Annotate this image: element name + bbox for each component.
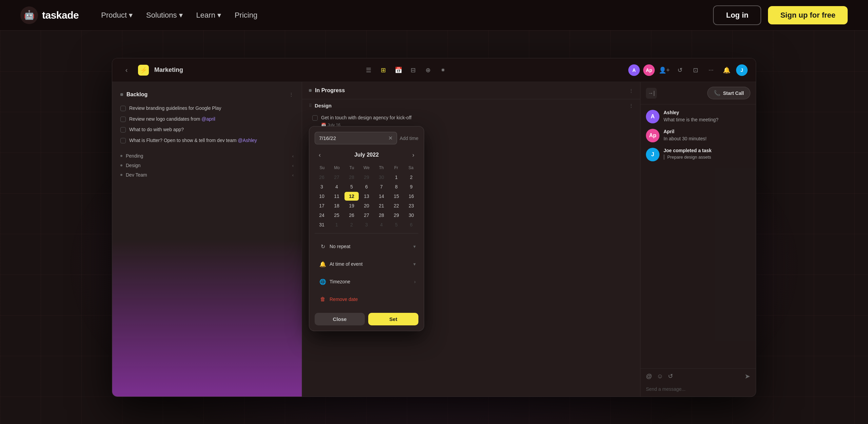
notifications-icon[interactable]: 🔔: [721, 64, 733, 76]
cal-cell[interactable]: 6: [359, 182, 374, 191]
attachment-icon[interactable]: ↺: [668, 372, 673, 380]
cal-cell[interactable]: 27: [359, 211, 374, 220]
date-clear-icon[interactable]: ✕: [388, 135, 393, 141]
cal-cell[interactable]: 24: [315, 211, 329, 220]
calendar-prev-button[interactable]: ‹: [315, 150, 325, 160]
close-datepicker-button[interactable]: Close: [315, 313, 365, 325]
mindmap-view-icon[interactable]: ⊕: [422, 64, 434, 76]
pending-collapse[interactable]: ‹: [292, 153, 294, 158]
cal-cell[interactable]: 1: [389, 173, 403, 182]
board-view-icon[interactable]: ⊞: [377, 64, 390, 76]
cal-cell[interactable]: 1: [330, 220, 344, 229]
day-name-th: Th: [374, 164, 389, 171]
task-checkbox-3[interactable]: [120, 127, 126, 133]
share-icon[interactable]: ↺: [674, 64, 686, 76]
start-call-button[interactable]: 📞 Start Call: [707, 87, 750, 99]
app-window: ‹ ⚡ Marketing ☰ ⊞ 📅 ⊟ ⊕ ⁕ A Ap 👤+ ↺: [112, 58, 756, 397]
calendar-view-icon[interactable]: 📅: [392, 64, 405, 76]
date-input[interactable]: 7/16/22 ✕: [315, 132, 397, 144]
send-button[interactable]: ➤: [745, 372, 750, 380]
cal-cell[interactable]: 19: [344, 201, 359, 210]
cal-cell[interactable]: 30: [404, 211, 418, 220]
cal-cell[interactable]: 18: [330, 201, 344, 210]
cal-cell[interactable]: 4: [374, 220, 389, 229]
signup-button[interactable]: Sign up for free: [768, 6, 848, 24]
toolbar-back-button[interactable]: ‹: [120, 64, 133, 76]
cal-cell[interactable]: 21: [374, 201, 389, 210]
login-button[interactable]: Log in: [713, 5, 761, 25]
backlog-collapse-icon[interactable]: ⋮: [289, 92, 294, 97]
task-checkbox-2[interactable]: [120, 116, 126, 122]
cal-cell[interactable]: 3: [315, 182, 329, 191]
at-time-option[interactable]: 🔔 At time of event ▾: [315, 255, 418, 273]
timezone-chevron: ›: [414, 279, 416, 284]
task-item: Review new logo candidates from @april: [119, 114, 295, 124]
nav-link-learn[interactable]: Learn ▾: [191, 8, 226, 22]
chat-content-ashley: Ashley What time is the meeting?: [664, 110, 718, 123]
cal-cell[interactable]: 30: [374, 173, 389, 182]
cal-cell[interactable]: 26: [344, 211, 359, 220]
settings-icon[interactable]: ⊡: [689, 64, 702, 76]
in-progress-collapse[interactable]: ⋮: [629, 88, 633, 93]
cal-cell-today[interactable]: 12: [344, 192, 359, 201]
cal-cell[interactable]: 3: [359, 220, 374, 229]
org-view-icon[interactable]: ⁕: [437, 64, 449, 76]
cal-cell[interactable]: 26: [315, 173, 329, 182]
cal-cell[interactable]: 6: [404, 220, 418, 229]
add-member-icon[interactable]: 👤+: [658, 64, 670, 76]
cal-cell[interactable]: 4: [330, 182, 344, 191]
cal-cell[interactable]: 29: [359, 173, 374, 182]
cal-cell[interactable]: 28: [374, 211, 389, 220]
cal-cell[interactable]: 15: [389, 192, 403, 201]
nav-left: 🤖 taskade Product ▾ Solutions ▾ Learn ▾ …: [20, 6, 263, 24]
more-icon[interactable]: ···: [705, 64, 717, 76]
table-view-icon[interactable]: ⊟: [407, 64, 419, 76]
chat-text-april: In about 30 minutes!: [664, 136, 707, 142]
cal-cell[interactable]: 29: [389, 211, 403, 220]
backlog-section: Backlog ⋮ Review branding guidelines for…: [119, 89, 295, 146]
cal-cell[interactable]: 11: [330, 192, 344, 201]
cal-cell[interactable]: 2: [404, 173, 418, 182]
chat-toggle-button[interactable]: →|: [646, 87, 657, 98]
cal-cell[interactable]: 13: [359, 192, 374, 201]
nav-link-pricing[interactable]: Pricing: [229, 8, 263, 22]
emoji-icon[interactable]: ☺: [657, 372, 663, 380]
cal-cell[interactable]: 2: [344, 220, 359, 229]
chat-input[interactable]: Send a message...: [646, 386, 750, 392]
cal-cell[interactable]: 28: [344, 173, 359, 182]
cal-cell[interactable]: 10: [315, 192, 329, 201]
task-checkbox-4[interactable]: [120, 138, 126, 143]
nav-link-product[interactable]: Product ▾: [96, 8, 138, 22]
cal-cell[interactable]: 31: [315, 220, 329, 229]
cal-cell[interactable]: 16: [404, 192, 418, 201]
task-checkbox-1[interactable]: [120, 106, 126, 111]
cal-cell[interactable]: 7: [374, 182, 389, 191]
cal-cell[interactable]: 20: [359, 201, 374, 210]
cal-cell[interactable]: 8: [389, 182, 403, 191]
cal-cell[interactable]: 9: [404, 182, 418, 191]
chevron-down-icon: ▾: [179, 11, 183, 20]
remove-date-option[interactable]: 🗑 Remove date: [315, 290, 418, 308]
logo[interactable]: 🤖 taskade: [20, 6, 79, 24]
group-drag-icon: ⠿: [309, 103, 312, 108]
cal-cell[interactable]: 23: [404, 201, 418, 210]
devteam-collapse[interactable]: ‹: [292, 172, 294, 177]
cal-cell[interactable]: 25: [330, 211, 344, 220]
cal-cell[interactable]: 22: [389, 201, 403, 210]
mention-icon[interactable]: @: [646, 372, 652, 380]
cal-cell[interactable]: 5: [344, 182, 359, 191]
design-task-checkbox[interactable]: [312, 115, 318, 121]
no-repeat-option[interactable]: ↻ No repeat ▾: [315, 238, 418, 255]
cal-cell[interactable]: 5: [389, 220, 403, 229]
set-datepicker-button[interactable]: Set: [368, 313, 418, 325]
cal-cell[interactable]: 27: [330, 173, 344, 182]
design-group-collapse[interactable]: ⋮: [629, 103, 633, 108]
nav-link-solutions[interactable]: Solutions ▾: [141, 8, 188, 22]
calendar-next-button[interactable]: ›: [408, 150, 418, 160]
list-view-icon[interactable]: ☰: [362, 64, 375, 76]
timezone-option[interactable]: 🌐 Timezone ›: [315, 273, 418, 290]
design-collapse[interactable]: ‹: [292, 163, 294, 168]
add-time-label[interactable]: Add time: [400, 135, 418, 141]
cal-cell[interactable]: 17: [315, 201, 329, 210]
cal-cell[interactable]: 14: [374, 192, 389, 201]
